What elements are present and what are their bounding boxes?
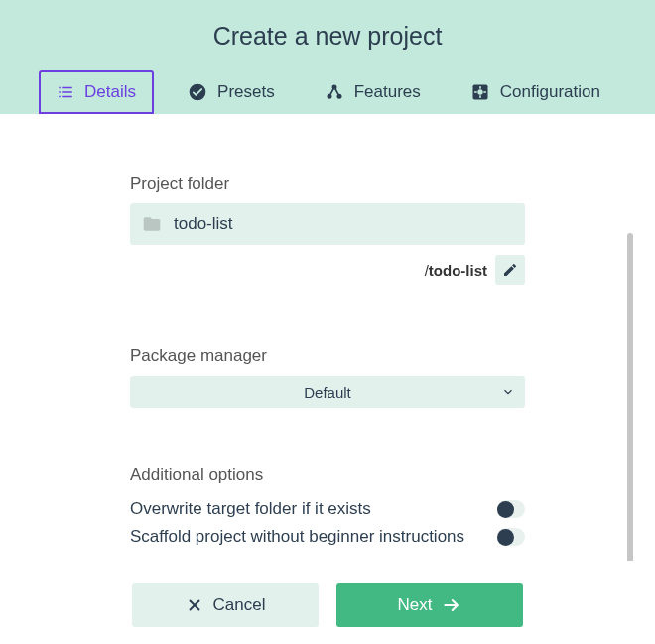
header: Create a new project Details Presets Fea… [0,0,655,114]
option-label: Overwrite target folder if it exists [130,499,371,519]
package-manager-label: Package manager [130,346,525,366]
project-folder-input[interactable]: todo-list [130,203,525,245]
tab-presets[interactable]: Presets [172,70,291,114]
chevron-down-icon [501,385,515,399]
project-folder-label: Project folder [130,174,525,193]
svg-rect-7 [479,95,481,98]
tabs: Details Presets Features Configuration [0,70,655,114]
cancel-button[interactable]: Cancel [132,583,319,627]
svg-point-5 [477,89,482,94]
tab-features[interactable]: Features [309,70,437,114]
svg-rect-8 [474,91,477,93]
close-icon [186,596,203,614]
folder-icon [142,214,162,234]
page-title: Create a new project [0,22,655,70]
share-icon [325,82,344,102]
next-button[interactable]: Next [336,583,523,627]
svg-rect-9 [483,91,486,93]
package-manager-select[interactable]: Default [130,376,525,408]
cancel-label: Cancel [213,595,266,615]
check-circle-icon [188,82,207,102]
pencil-icon [502,262,518,278]
body: Project folder todo-list /todo-list Pack… [0,114,655,644]
arrow-right-icon [442,595,461,615]
tab-label: Presets [217,82,275,102]
tab-configuration[interactable]: Configuration [455,70,616,114]
edit-path-button[interactable] [495,255,525,285]
option-overwrite-row: Overwrite target folder if it exists [130,495,525,523]
project-path-row: /todo-list [130,255,525,285]
option-label: Scaffold project without beginner instru… [130,527,464,547]
footer: Cancel Next [0,561,655,644]
form-content: Project folder todo-list /todo-list Pack… [130,114,525,561]
tab-label: Features [354,82,421,102]
tab-details[interactable]: Details [39,70,154,114]
option-scaffold-row: Scaffold project without beginner instru… [130,523,525,551]
gear-box-icon [470,82,490,102]
project-folder-value: todo-list [174,214,233,234]
tab-label: Configuration [500,82,600,102]
package-manager-value: Default [304,384,351,401]
option-overwrite-toggle[interactable] [497,500,525,518]
tab-label: Details [84,82,136,102]
path-display: /todo-list [425,262,487,279]
svg-rect-6 [479,86,481,89]
option-scaffold-toggle[interactable] [497,528,525,546]
additional-options-label: Additional options [130,465,525,485]
next-label: Next [398,595,433,615]
list-icon [57,83,74,101]
scroll-area: Project folder todo-list /todo-list Pack… [0,114,655,561]
